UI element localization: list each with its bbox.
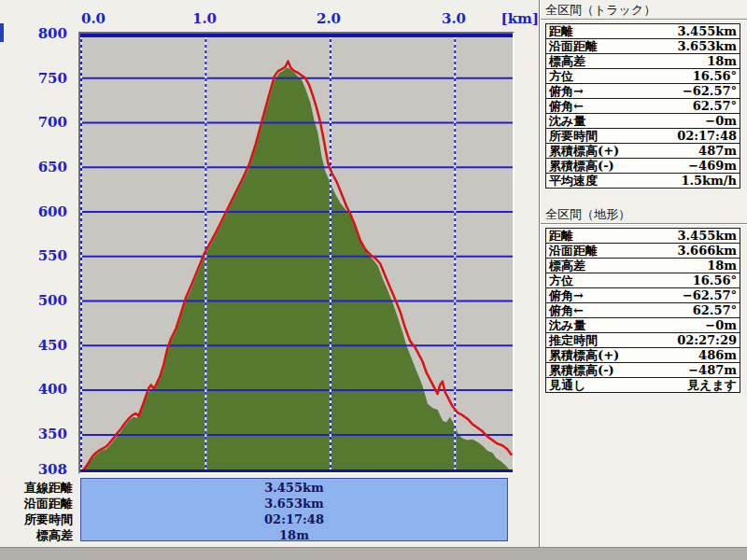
stats-table-row: 方位16.56°	[546, 69, 740, 84]
stat-label: 累積標高(-)	[546, 159, 643, 174]
stats-table-row: 距離3.455km	[546, 229, 740, 244]
stats-table-row: 見通し見えます	[546, 378, 740, 393]
summary-row-value: 02:17:48	[81, 511, 507, 527]
stats-table-row: 累積標高(+)486m	[546, 348, 740, 363]
stats-table-row: 俯角→−62.57°	[546, 84, 740, 99]
stats-table-row: 標高差18m	[546, 54, 740, 69]
x-tick-label: 2.0	[317, 10, 341, 27]
summary-row-label: 所要時間	[0, 511, 73, 527]
summary-row-label: 沿面距離	[0, 496, 73, 511]
stat-label: 所要時間	[546, 129, 643, 144]
stat-value: 1.5km/h	[643, 174, 740, 189]
y-tick-label: 350	[0, 427, 67, 441]
track-stats-table: 距離3.455km沿面距離3.653km標高差18m方位16.56°俯角→−62…	[545, 23, 740, 189]
stats-table-row: 推定時間02:27:29	[546, 333, 740, 348]
elevation-profile-window: 800750700650600550500450400350308 0.01.0…	[0, 0, 747, 560]
stat-label: 方位	[546, 273, 643, 288]
y-tick-label: 450	[0, 338, 67, 353]
stat-value: 02:27:29	[643, 333, 740, 348]
x-tick-label: 1.0	[192, 10, 217, 27]
y-tick-label: 650	[0, 160, 67, 175]
stat-value: −0m	[643, 114, 740, 129]
stat-value: 486m	[643, 348, 740, 363]
summary-value-box: 3.455km3.653km02:17:4818m	[80, 478, 508, 541]
x-tick-label: 3.0	[442, 10, 466, 27]
stats-table-row: 沈み量−0m	[546, 318, 740, 333]
stat-label: 推定時間	[546, 333, 643, 348]
stats-table-row: 累積標高(-)−487m	[546, 363, 740, 378]
stats-table-row: 俯角→−62.57°	[546, 288, 740, 303]
elevation-plot	[78, 32, 514, 474]
summary-row-label: 直線距離	[0, 480, 73, 496]
panel-title-track: 全区間（トラック）	[545, 2, 655, 19]
stat-value: 62.57°	[643, 99, 740, 114]
stats-table-row: 標高差18m	[546, 259, 740, 273]
stat-label: 標高差	[546, 54, 643, 69]
stat-label: 俯角←	[546, 99, 643, 114]
stats-table-row: 俯角←62.57°	[546, 99, 740, 114]
stat-value: 見えます	[643, 378, 740, 393]
bottom-frame-bar	[80, 469, 513, 472]
stat-value: 3.666km	[643, 244, 740, 259]
summary-row-value: 18m	[81, 527, 507, 543]
stat-label: 沈み量	[546, 318, 643, 333]
y-tick-label: 750	[0, 71, 67, 86]
stat-value: 3.653km	[643, 39, 740, 54]
stat-label: 累積標高(-)	[546, 363, 643, 378]
y-tick-label: 308	[0, 462, 67, 477]
stat-label: 累積標高(+)	[546, 144, 643, 159]
stat-label: 方位	[546, 69, 643, 84]
panel-title-track-rule	[541, 19, 747, 21]
stat-label: 俯角←	[546, 303, 643, 318]
stat-value: 18m	[643, 54, 740, 69]
stat-value: 487m	[643, 144, 740, 159]
stat-label: 沿面距離	[546, 39, 643, 54]
stats-table-row: 累積標高(+)487m	[546, 144, 740, 159]
stat-label: 累積標高(+)	[546, 348, 643, 363]
stats-table-row: 俯角←62.57°	[546, 303, 740, 318]
stat-value: 62.57°	[643, 303, 740, 318]
summary-row-value: 3.455km	[81, 480, 507, 496]
stat-value: −469m	[643, 159, 740, 174]
summary-row-label: 標高差	[0, 527, 73, 543]
stat-value: 02:17:48	[643, 129, 740, 144]
info-panel: 全区間（トラック） 距離3.455km沿面距離3.653km標高差18m方位16…	[541, 0, 747, 560]
y-tick-label: 600	[0, 204, 67, 219]
stats-table-row: 沿面距離3.666km	[546, 244, 740, 259]
stat-value: 16.56°	[643, 69, 740, 84]
stat-label: 距離	[546, 24, 643, 39]
y-tick-label: 500	[0, 293, 67, 308]
panel-title-terrain-rule	[541, 223, 747, 225]
y-tick-label: 400	[0, 382, 67, 397]
bottom-strip	[0, 547, 747, 560]
stats-table-row: 距離3.455km	[546, 24, 740, 39]
stats-table-row: 累積標高(-)−469m	[546, 159, 740, 174]
y-tick-label: 800	[0, 26, 67, 41]
stats-table-row: 所要時間02:17:48	[546, 129, 740, 144]
stat-label: 距離	[546, 229, 643, 244]
stat-label: 標高差	[546, 259, 643, 273]
y-tick-label: 550	[0, 248, 67, 263]
stat-value: 3.455km	[643, 24, 740, 39]
elevation-plot-svg	[80, 34, 513, 472]
top-frame-bar	[80, 34, 513, 37]
stats-table-row: 平均速度1.5km/h	[546, 174, 740, 189]
x-axis-unit-label: [km]	[486, 10, 539, 27]
stats-table-row: 沿面距離3.653km	[546, 39, 740, 54]
stat-value: 18m	[643, 259, 740, 273]
stat-value: −62.57°	[643, 288, 740, 303]
y-tick-label: 700	[0, 115, 67, 130]
x-tick-label: 0.0	[81, 10, 106, 27]
terrain-stats-table: 距離3.455km沿面距離3.666km標高差18m方位16.56°俯角→−62…	[545, 228, 740, 393]
stats-table-row: 沈み量−0m	[546, 114, 740, 129]
stat-value: −487m	[643, 363, 740, 378]
stat-value: 16.56°	[643, 273, 740, 288]
stat-label: 俯角→	[546, 288, 643, 303]
stat-value: −62.57°	[643, 84, 740, 99]
stat-label: 平均速度	[546, 174, 643, 189]
stat-label: 見通し	[546, 378, 643, 393]
terrain-area	[81, 67, 512, 472]
summary-row-value: 3.653km	[81, 496, 507, 511]
stat-label: 沿面距離	[546, 244, 643, 259]
panel-title-terrain: 全区間（地形）	[545, 206, 630, 223]
